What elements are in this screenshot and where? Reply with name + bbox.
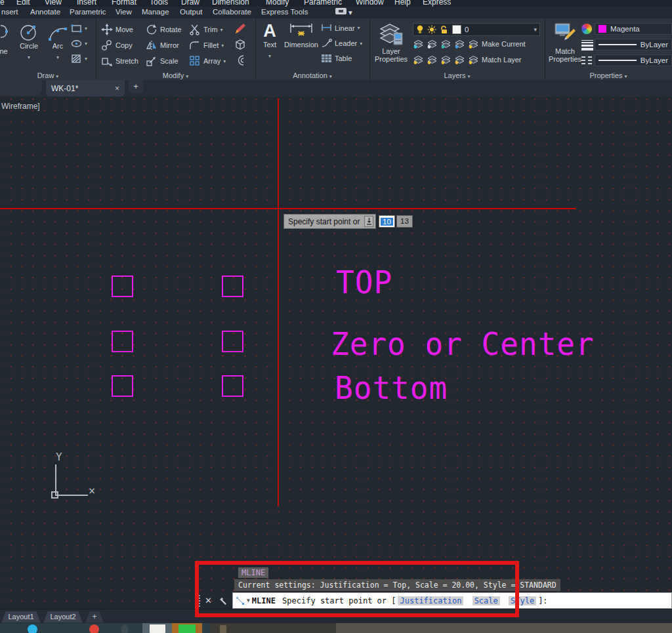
dimension-button[interactable]: Dimension — [283, 22, 320, 49]
command-option-justification[interactable]: Justification — [398, 596, 463, 605]
move-button[interactable]: Move — [101, 24, 133, 35]
linear-dimension-button[interactable]: Linear ▾ — [321, 24, 360, 32]
layer-unisolate-button[interactable] — [427, 39, 438, 49]
match-layer-label[interactable]: Match Layer — [482, 56, 522, 64]
ribbon-tab-express-tools[interactable]: Express Tools — [261, 8, 308, 16]
copy-button[interactable]: Copy — [101, 39, 133, 51]
command-input[interactable]: ▼ MLINE Specify start point or [Justific… — [232, 592, 672, 609]
menu-item-insert[interactable]: Insert — [77, 0, 96, 7]
leader-button[interactable]: Leader ▾ — [321, 39, 362, 48]
array-button[interactable]: Array ▾ — [189, 55, 226, 67]
menu-item-format[interactable]: Format — [112, 0, 136, 7]
ribbon-tab-view[interactable]: View — [116, 8, 132, 16]
make-current-label[interactable]: Make Current — [482, 40, 526, 48]
rectangle-button[interactable]: ▾ — [71, 24, 87, 33]
match-properties-button[interactable]: Match Properties — [546, 21, 584, 63]
ribbon-minimize-button[interactable] — [335, 8, 346, 14]
drawing-text[interactable]: TOP — [336, 266, 392, 298]
chevron-down-icon[interactable]: ▾ — [348, 8, 352, 17]
drawing-square[interactable] — [112, 331, 133, 352]
circle-button[interactable]: Circle ▾ — [14, 22, 43, 62]
layer-properties-button[interactable]: Layer Properties — [371, 21, 411, 63]
trim-button[interactable]: Trim ▾ — [189, 24, 223, 35]
wrench-icon[interactable] — [218, 596, 228, 606]
close-icon[interactable]: ✕ — [205, 596, 212, 605]
explode-button[interactable] — [234, 38, 247, 51]
stretch-button[interactable]: Stretch — [101, 55, 138, 67]
offset-button[interactable] — [234, 54, 247, 67]
scale-button[interactable]: Scale — [146, 55, 178, 67]
close-icon[interactable]: × — [115, 84, 119, 93]
mirror-button[interactable]: Mirror — [146, 39, 179, 51]
taskbar-active-app[interactable] — [142, 623, 172, 633]
layout2-tab[interactable]: Layout2 — [43, 611, 83, 623]
drawing-text[interactable]: Zero or Center — [331, 328, 595, 359]
drag-handle[interactable] — [196, 594, 201, 607]
menu-item-window[interactable]: Window — [356, 0, 384, 7]
menu-item-help[interactable]: Help — [394, 0, 411, 7]
rotate-button[interactable]: Rotate — [146, 24, 181, 35]
ribbon-tab-manage[interactable]: Manage — [142, 8, 169, 16]
menu-item-edit[interactable]: Edit — [16, 0, 30, 7]
taskbar-app-icon[interactable] — [89, 624, 99, 633]
taskbar-app-icon[interactable] — [121, 624, 129, 633]
command-option-scale[interactable]: Scale — [472, 596, 500, 605]
text-button[interactable]: A Text ▾ — [259, 21, 280, 60]
panel-label-draw[interactable]: Draw▾ — [0, 71, 96, 79]
layer-select[interactable]: 0 ▾ — [413, 23, 540, 36]
match-layer-icon[interactable] — [468, 54, 479, 65]
drawing-square[interactable] — [112, 375, 133, 397]
dynamic-input-options-button[interactable] — [364, 216, 373, 227]
arc-button[interactable]: Arc ▾ — [46, 22, 70, 62]
panel-label-modify[interactable]: Modify▾ — [96, 71, 255, 79]
layer-match-button[interactable] — [427, 54, 438, 65]
ribbon-tab-insert[interactable]: nsert — [1, 8, 18, 16]
dynamic-input-x-field[interactable]: 10 — [379, 215, 395, 228]
make-current-icon[interactable] — [468, 39, 479, 49]
polyline-button[interactable]: ine — [0, 24, 10, 41]
menu-item-view[interactable]: View — [45, 0, 62, 7]
drawing-square[interactable] — [222, 375, 243, 397]
new-layout-tab-button[interactable]: + — [85, 611, 104, 623]
viewport-control-label[interactable]: Wireframe] — [1, 102, 40, 111]
menu-item-modify[interactable]: Modify — [266, 0, 289, 7]
ribbon-tab-annotate[interactable]: Annotate — [30, 8, 60, 16]
layer-lock-button[interactable] — [454, 39, 465, 49]
drawing-square[interactable] — [222, 276, 243, 297]
file-tab-partial[interactable] — [0, 80, 42, 96]
drawing-square[interactable] — [222, 331, 243, 352]
panel-label-annotation[interactable]: Annotation▾ — [255, 71, 369, 79]
menu-item-tools[interactable]: Tools — [150, 0, 168, 7]
drawing-text[interactable]: Bottom — [335, 372, 448, 403]
object-color-select[interactable]: Magenta — [595, 23, 672, 35]
panel-label-layers[interactable]: Layers▾ — [369, 71, 545, 79]
ribbon-tab-collaborate[interactable]: Collaborate — [213, 8, 251, 16]
layer-isolate-button[interactable] — [413, 39, 424, 49]
table-button[interactable]: Table — [321, 54, 352, 63]
chevron-down-icon[interactable]: ▼ — [247, 598, 250, 603]
ribbon-tab-parametric[interactable]: Parametric — [70, 8, 106, 16]
layer-freeze-button[interactable] — [440, 39, 452, 49]
taskbar-app-tile[interactable] — [172, 623, 202, 633]
taskbar-app-icon[interactable] — [28, 624, 37, 633]
fillet-button[interactable]: Fillet ▾ — [189, 39, 224, 51]
lineweight-select[interactable]: ByLayer — [595, 39, 672, 51]
menu-item-express[interactable]: Express — [423, 0, 451, 7]
menu-item-parametric[interactable]: Parametric — [304, 0, 342, 7]
drawing-canvas[interactable]: Wireframe] TOPZero or CenterBottom Speci… — [0, 97, 672, 623]
drawing-square[interactable] — [112, 276, 133, 297]
ribbon-tab-output[interactable]: Output — [180, 8, 203, 16]
menu-item-dimension[interactable]: Dimension — [212, 0, 249, 7]
ellipse-button[interactable]: ▾ — [71, 39, 87, 49]
layout1-tab[interactable]: Layout1 — [1, 611, 41, 623]
hatch-button[interactable]: ▾ — [71, 54, 87, 64]
file-tab-active[interactable]: WK-01* × — [46, 80, 125, 96]
command-option-style[interactable]: STyle — [509, 596, 536, 605]
menu-item-draw[interactable]: Draw — [181, 0, 200, 7]
layer-unlock-button[interactable] — [454, 54, 465, 65]
panel-label-properties[interactable]: Properties▾ — [545, 71, 672, 79]
layer-off-button[interactable] — [413, 54, 424, 65]
layer-thaw-button[interactable] — [440, 54, 452, 65]
erase-button[interactable] — [234, 22, 247, 35]
menu-item-file-partial[interactable]: e — [0, 0, 5, 7]
